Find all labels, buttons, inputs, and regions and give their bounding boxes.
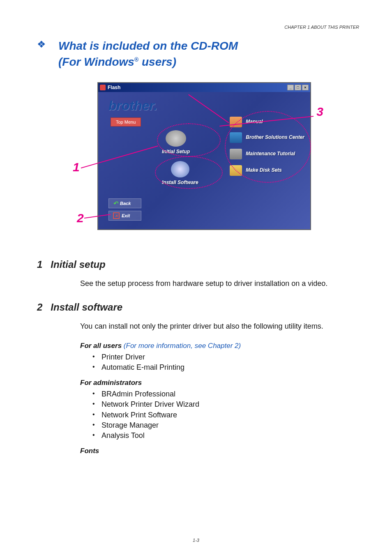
callout-oval-3 — [225, 111, 311, 183]
diamond-bullet-icon: ❖ — [37, 39, 46, 50]
page-header: CHAPTER 1 ABOUT THIS PRINTER — [33, 25, 359, 30]
flash-app-icon — [100, 85, 106, 90]
main-title: What is included on the CD-ROM (For Wind… — [58, 38, 238, 70]
list-item: BRAdmin Professional — [92, 389, 359, 399]
screenshot-figure: Flash _ □ × brother. Top Menu Initial Se… — [73, 82, 319, 238]
section-1-body: See the setup process from hardware setu… — [80, 279, 359, 289]
titlebar-left: Flash — [100, 85, 120, 90]
registered-mark: ® — [134, 56, 138, 63]
for-all-users-label: For all users — [80, 342, 122, 350]
fonts-label: Fonts — [80, 447, 99, 455]
section-2-title: Install software — [51, 302, 122, 313]
exit-label: Exit — [122, 213, 130, 218]
callout-number-2: 2 — [77, 211, 84, 225]
section-2-number: 2 — [37, 302, 42, 313]
for-all-users-heading: For all users (For more information, see… — [80, 342, 359, 350]
list-item: Storage Manager — [92, 420, 359, 431]
back-label: Back — [120, 201, 131, 206]
list-item: Network Print Software — [92, 410, 359, 420]
callout-number-3: 3 — [316, 105, 323, 119]
list-item: Automatic E-mail Printing — [92, 362, 359, 373]
nav-buttons: ↶ Back ✕ Exit — [108, 198, 141, 223]
list-item: Printer Driver — [92, 352, 359, 362]
callout-oval-1a — [157, 123, 221, 157]
list-item: Network Printer Driver Wizard — [92, 399, 359, 410]
section-1-number: 1 — [37, 259, 42, 270]
section-1-title: Initial setup — [51, 259, 105, 270]
list-item: Analysis Tool — [92, 431, 359, 441]
window-controls: _ □ × — [287, 85, 309, 90]
title-line2-post: users) — [138, 55, 176, 68]
section-2-heading: 2Install software — [37, 302, 359, 313]
top-menu-button[interactable]: Top Menu — [111, 117, 141, 127]
exit-icon: ✕ — [113, 212, 120, 219]
for-all-users-link-pre: ( — [122, 342, 126, 350]
window-titlebar: Flash _ □ × — [98, 83, 310, 92]
brother-logo: brother. — [108, 98, 310, 113]
fonts-heading: Fonts — [80, 447, 359, 455]
back-arrow-icon: ↶ — [113, 200, 118, 207]
close-button[interactable]: × — [302, 85, 309, 90]
callout-oval-1b — [155, 156, 223, 189]
exit-button[interactable]: ✕ Exit — [108, 211, 141, 221]
maximize-button[interactable]: □ — [295, 85, 301, 90]
callout-number-1: 1 — [73, 160, 80, 174]
section-1-heading: 1Initial setup — [37, 259, 359, 270]
page-footer: 1-3 — [0, 538, 392, 543]
main-title-container: ❖ What is included on the CD-ROM (For Wi… — [37, 38, 359, 70]
window-title-text: Flash — [108, 85, 120, 90]
back-button[interactable]: ↶ Back — [108, 198, 141, 208]
section-2-body: You can install not only the printer dri… — [80, 321, 359, 332]
chapter-2-link[interactable]: For more information, see Chapter 2 — [126, 342, 239, 350]
for-administrators-list: BRAdmin Professional Network Printer Dri… — [92, 389, 359, 441]
title-line2-pre: (For Windows — [58, 55, 134, 68]
title-line1: What is included on the CD-ROM — [58, 39, 238, 52]
minimize-button[interactable]: _ — [287, 85, 294, 90]
for-administrators-heading: For administrators — [80, 379, 359, 387]
for-all-users-list: Printer Driver Automatic E-mail Printing — [92, 352, 359, 373]
for-administrators-label: For administrators — [80, 379, 142, 387]
for-all-users-link-post: ) — [239, 342, 241, 350]
